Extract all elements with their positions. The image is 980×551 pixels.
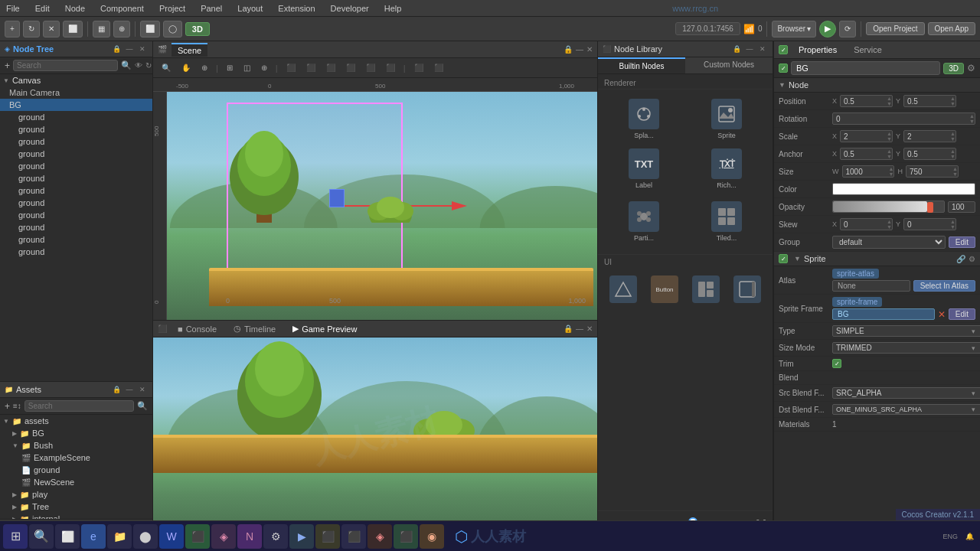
- eye-icon[interactable]: 👁: [135, 61, 142, 70]
- menu-extension[interactable]: Extension: [275, 4, 318, 13]
- game-preview-tab[interactable]: ▶ Game Preview: [286, 322, 363, 335]
- search-icon[interactable]: 🔍: [121, 60, 132, 70]
- spacing-v[interactable]: ⬛: [430, 62, 447, 73]
- taskbar-edge[interactable]: e: [81, 524, 106, 549]
- taskbar-app5[interactable]: ⬛: [341, 524, 366, 549]
- tree-node-ground-9[interactable]: ground: [0, 209, 152, 221]
- tree-node-bg[interactable]: BG: [0, 99, 152, 111]
- taskbar-onenote[interactable]: N: [237, 524, 262, 549]
- align-center[interactable]: ⬛: [302, 62, 319, 73]
- menu-help[interactable]: Help: [381, 4, 405, 13]
- align-middle[interactable]: ⬛: [362, 62, 379, 73]
- check-enabled-icon[interactable]: ✓: [779, 45, 788, 54]
- snap-button[interactable]: ◫: [240, 62, 254, 73]
- scene-tab[interactable]: Scene: [172, 43, 207, 57]
- console-tab[interactable]: ■ Console: [172, 323, 223, 335]
- tree-node-ground-6[interactable]: ground: [0, 172, 152, 184]
- sprite-frame-clear-button[interactable]: ✕: [938, 309, 946, 320]
- add-node-icon[interactable]: +: [5, 60, 10, 71]
- nl-scrollview-item[interactable]: [728, 272, 766, 308]
- trim-checkbox[interactable]: ✓: [832, 359, 841, 368]
- asset-bg[interactable]: ▶ 📁 BG: [0, 427, 152, 439]
- color-picker[interactable]: [832, 183, 975, 195]
- menu-developer[interactable]: Developer: [328, 4, 372, 13]
- taskbar-settings[interactable]: ⚙: [263, 524, 288, 549]
- panel-close-icon[interactable]: ✕: [137, 44, 148, 54]
- rotation-input[interactable]: [833, 114, 969, 124]
- grid-button[interactable]: ⊞: [223, 62, 237, 73]
- scale-x-input[interactable]: [841, 132, 887, 142]
- custom-nodes-tab[interactable]: Custom Nodes: [685, 57, 773, 73]
- taskbar-app8[interactable]: ◉: [420, 524, 444, 549]
- scene-collapse-icon[interactable]: —: [576, 45, 583, 54]
- node-lib-collapse-icon[interactable]: —: [744, 44, 755, 54]
- opacity-slider[interactable]: [832, 201, 945, 213]
- reload-button[interactable]: ⟳: [839, 21, 856, 37]
- nl-tiled-item[interactable]: Tiled...: [687, 198, 766, 245]
- asset-assets-root[interactable]: ▼ 📁 assets: [0, 415, 152, 427]
- rotate-button[interactable]: ◯: [163, 21, 182, 37]
- align-right[interactable]: ⬛: [322, 62, 339, 73]
- asset-ground[interactable]: 📄 ground: [0, 464, 152, 476]
- sprite-frame-edit-button[interactable]: Edit: [949, 308, 975, 320]
- menu-edit[interactable]: Edit: [32, 4, 53, 13]
- nl-particle2-item[interactable]: Parti...: [604, 198, 684, 245]
- refresh-node-icon[interactable]: ↻: [145, 61, 152, 70]
- sprite-link-icon[interactable]: 🔗: [956, 255, 965, 263]
- select-in-atlas-button[interactable]: Select In Atlas: [913, 280, 975, 292]
- taskbar-app-1[interactable]: 🔍: [29, 524, 54, 549]
- stop-button[interactable]: ✕: [43, 21, 60, 37]
- tree-node-ground-4[interactable]: ground: [0, 148, 152, 160]
- preview-button[interactable]: ⬜: [63, 21, 83, 37]
- anchor-button[interactable]: ⊕: [257, 62, 271, 73]
- add-asset-icon[interactable]: +: [5, 401, 10, 412]
- tree-node-ground-7[interactable]: ground: [0, 184, 152, 197]
- spacing-h[interactable]: ⬛: [410, 62, 427, 73]
- anchor-y-input[interactable]: [904, 149, 950, 159]
- taskbar-app6[interactable]: ◈: [368, 524, 392, 549]
- skew-x-input[interactable]: [841, 220, 887, 230]
- node-section-header[interactable]: ▼ Node: [774, 78, 980, 93]
- asset-play[interactable]: ▶ 📁 play: [0, 488, 152, 500]
- anchor-x-input[interactable]: [841, 149, 887, 159]
- sprite-settings-icon[interactable]: ⚙: [969, 255, 975, 263]
- src-blend-select[interactable]: SRC_ALPHA: [832, 387, 980, 399]
- tree-node-ground-8[interactable]: ground: [0, 197, 152, 209]
- asset-new-scene[interactable]: 🎬 NewScene: [0, 476, 152, 488]
- node-search-input[interactable]: [13, 60, 118, 71]
- properties-tab[interactable]: Properties: [792, 44, 843, 56]
- size-h-input[interactable]: [906, 167, 952, 177]
- timeline-tab[interactable]: ◷ Timeline: [227, 322, 282, 335]
- panel-collapse-icon[interactable]: —: [124, 44, 135, 54]
- taskbar-app4[interactable]: ⬛: [315, 524, 340, 549]
- tree-node-ground-11[interactable]: ground: [0, 233, 152, 246]
- tree-node-ground-12[interactable]: ground: [0, 246, 152, 258]
- align-bottom[interactable]: ⬛: [382, 62, 399, 73]
- service-tab[interactable]: Service: [848, 44, 888, 56]
- assets-collapse-icon[interactable]: —: [124, 384, 135, 395]
- sprite-section-header[interactable]: ✓ ▼ Sprite 🔗 ⚙: [774, 252, 980, 266]
- tree-node-main-camera[interactable]: Main Camera: [0, 86, 152, 99]
- tree-node-ground-5[interactable]: ground: [0, 160, 152, 172]
- asset-search-icon[interactable]: 🔍: [137, 401, 148, 411]
- nl-button-item[interactable]: Button: [645, 272, 684, 308]
- transform-button[interactable]: ⊕: [198, 62, 211, 73]
- asset-bush[interactable]: ▼ 📁 Bush: [0, 439, 152, 452]
- nl-sprite2-item[interactable]: [604, 272, 642, 308]
- asset-search-input[interactable]: [24, 400, 134, 412]
- pan-button[interactable]: ✋: [178, 62, 194, 73]
- asset-example-scene[interactable]: 🎬 ExampleScene: [0, 452, 152, 464]
- align-top[interactable]: ⬛: [342, 62, 359, 73]
- bottom-close-icon[interactable]: ✕: [586, 324, 593, 333]
- move-button[interactable]: ⬜: [140, 21, 160, 37]
- add-button[interactable]: +: [5, 21, 20, 37]
- align-left[interactable]: ⬛: [283, 62, 299, 73]
- scale-y-input[interactable]: [904, 132, 950, 142]
- chart-button[interactable]: ▦: [93, 21, 110, 37]
- node-name-input[interactable]: [791, 61, 940, 75]
- menu-panel[interactable]: Panel: [198, 4, 225, 13]
- nl-richtext-item[interactable]: ṬẊṪ Rich...: [687, 145, 766, 192]
- check-sprite-icon[interactable]: ✓: [779, 254, 788, 263]
- play-button[interactable]: ▶: [819, 21, 836, 37]
- menu-node[interactable]: Node: [62, 4, 88, 13]
